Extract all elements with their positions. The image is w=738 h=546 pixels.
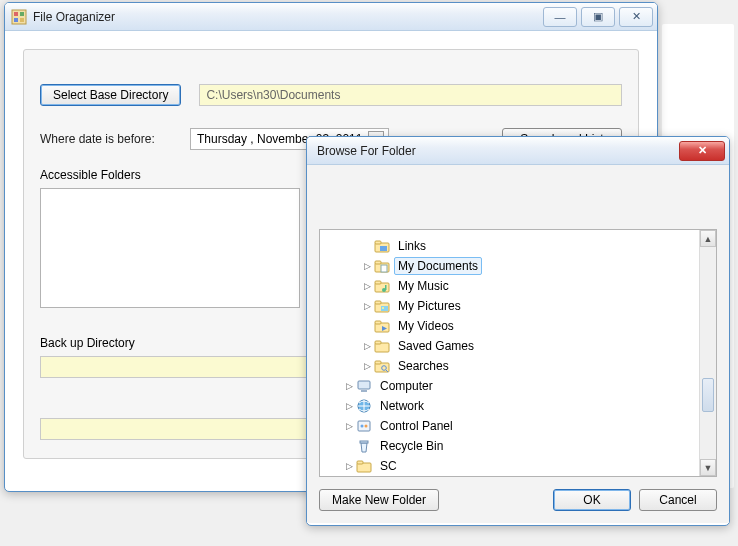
cancel-button[interactable]: Cancel xyxy=(639,489,717,511)
tree-expander-icon[interactable]: ▷ xyxy=(360,301,374,311)
computer-icon xyxy=(356,378,372,394)
accessible-folders-list[interactable] xyxy=(40,188,300,308)
svg-point-32 xyxy=(361,425,364,428)
main-title: File Oraganizer xyxy=(33,10,539,24)
main-close-button[interactable]: ✕ xyxy=(619,7,653,27)
scroll-track[interactable] xyxy=(700,247,716,459)
svg-rect-1 xyxy=(14,12,18,16)
tree-item[interactable]: ▷Computer xyxy=(324,376,716,396)
tree-item-label: SC xyxy=(376,457,401,475)
svg-rect-12 xyxy=(375,281,381,284)
tree-item-label: Searches xyxy=(394,357,453,375)
tree-item[interactable]: ▷My Pictures xyxy=(324,296,716,316)
tree-expander-icon[interactable]: ▷ xyxy=(342,421,356,431)
select-base-directory-button[interactable]: Select Base Directory xyxy=(40,84,181,106)
tree-expander-icon[interactable]: ▷ xyxy=(360,341,374,351)
svg-rect-9 xyxy=(375,261,381,264)
tree-item[interactable]: ▷Searches xyxy=(324,356,716,376)
svg-rect-17 xyxy=(381,306,388,311)
tree-expander-icon[interactable]: ▷ xyxy=(360,281,374,291)
browse-for-folder-dialog: Browse For Folder ✕ Links▷My Documents▷M… xyxy=(306,136,730,526)
svg-rect-6 xyxy=(375,241,381,244)
svg-rect-2 xyxy=(20,12,24,16)
svg-rect-20 xyxy=(375,321,381,324)
tree-item[interactable]: ▷Network xyxy=(324,396,716,416)
svg-rect-28 xyxy=(358,381,370,389)
main-titlebar[interactable]: File Oraganizer — ▣ ✕ xyxy=(5,3,657,31)
date-filter-label: Where date is before: xyxy=(40,132,190,146)
svg-rect-16 xyxy=(375,301,381,304)
scroll-down-button[interactable]: ▼ xyxy=(700,459,716,476)
svg-rect-7 xyxy=(380,246,387,251)
tree-item-label: Recycle Bin xyxy=(376,437,447,455)
tree-item[interactable]: ▷Saved Games xyxy=(324,336,716,356)
svg-rect-14 xyxy=(385,285,387,290)
tree-item-label: My Pictures xyxy=(394,297,465,315)
svg-rect-23 xyxy=(375,341,381,344)
app-icon xyxy=(11,9,27,25)
tree-expander-icon[interactable]: ▷ xyxy=(360,361,374,371)
tree-item-label: Control Panel xyxy=(376,417,457,435)
tree-item[interactable]: ▷Control Panel xyxy=(324,416,716,436)
svg-rect-31 xyxy=(358,421,370,431)
svg-point-18 xyxy=(382,307,384,309)
folder-music-icon xyxy=(374,278,390,294)
tree-item[interactable]: ▷My Music xyxy=(324,276,716,296)
folder-icon xyxy=(356,458,372,474)
folder-blue-icon xyxy=(374,238,390,254)
minimize-button[interactable]: — xyxy=(543,7,577,27)
svg-rect-29 xyxy=(361,390,367,392)
folder-search-icon xyxy=(374,358,390,374)
tree-item-label: My Videos xyxy=(394,317,458,335)
tree-expander-icon[interactable]: ▷ xyxy=(342,401,356,411)
tree-item[interactable]: ▷SC xyxy=(324,456,716,476)
ok-button[interactable]: OK xyxy=(553,489,631,511)
svg-rect-4 xyxy=(20,18,24,22)
svg-rect-36 xyxy=(357,461,363,464)
control-icon xyxy=(356,418,372,434)
folder-video-icon xyxy=(374,318,390,334)
tree-item-label: My Documents xyxy=(394,257,482,275)
folder-icon xyxy=(374,338,390,354)
svg-rect-25 xyxy=(375,361,381,364)
tree-expander-icon[interactable]: ▷ xyxy=(342,381,356,391)
svg-point-33 xyxy=(365,425,368,428)
tree-expander-icon[interactable]: ▷ xyxy=(342,461,356,471)
tree-item[interactable]: Links xyxy=(324,236,716,256)
browse-spacer xyxy=(319,175,717,229)
folder-pics-icon xyxy=(374,298,390,314)
network-icon xyxy=(356,398,372,414)
tree-item-label: My Music xyxy=(394,277,453,295)
tree-item[interactable]: Recycle Bin xyxy=(324,436,716,456)
browse-titlebar[interactable]: Browse For Folder ✕ xyxy=(307,137,729,165)
tree-item-label: Links xyxy=(394,237,430,255)
svg-rect-3 xyxy=(14,18,18,22)
browse-close-button[interactable]: ✕ xyxy=(679,141,725,161)
make-new-folder-button[interactable]: Make New Folder xyxy=(319,489,439,511)
recycle-icon xyxy=(356,438,372,454)
folder-docs-icon xyxy=(374,258,390,274)
scroll-thumb[interactable] xyxy=(702,378,714,412)
svg-rect-34 xyxy=(360,441,368,443)
tree-item-label: Saved Games xyxy=(394,337,478,355)
svg-rect-10 xyxy=(381,265,387,272)
tree-item[interactable]: ▷My Documents xyxy=(324,256,716,276)
folder-tree[interactable]: Links▷My Documents▷My Music▷My PicturesM… xyxy=(319,229,717,477)
scroll-up-button[interactable]: ▲ xyxy=(700,230,716,247)
base-directory-input[interactable] xyxy=(199,84,622,106)
tree-expander-icon[interactable]: ▷ xyxy=(360,261,374,271)
tree-item-label: Computer xyxy=(376,377,437,395)
tree-item-label: Network xyxy=(376,397,428,415)
tree-scrollbar[interactable]: ▲ ▼ xyxy=(699,230,716,476)
tree-item[interactable]: My Videos xyxy=(324,316,716,336)
browse-body: Links▷My Documents▷My Music▷My PicturesM… xyxy=(307,165,729,523)
maximize-button[interactable]: ▣ xyxy=(581,7,615,27)
browse-title: Browse For Folder xyxy=(313,144,675,158)
